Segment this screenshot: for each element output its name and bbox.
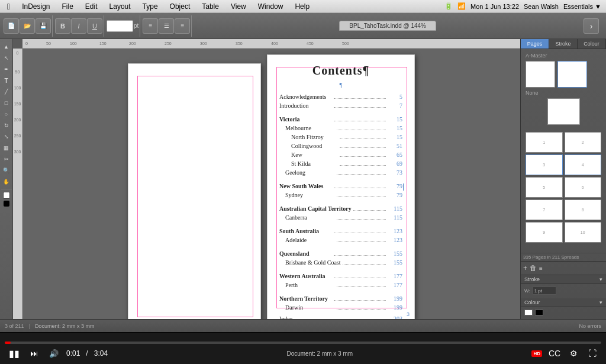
toc-entry: Introduction7 (279, 102, 402, 110)
toc-title: Contents¶ (279, 64, 402, 78)
spread-thumb-3[interactable]: 3 (526, 154, 563, 175)
scale-tool[interactable]: ⤡ (1, 131, 12, 142)
toc-entry-page: 177 (388, 281, 402, 289)
colour-panel-content (521, 307, 606, 319)
progress-bar-container[interactable] (5, 342, 601, 344)
menu-window[interactable]: Window (256, 1, 286, 12)
spread-thumb-8[interactable]: 8 (565, 199, 602, 220)
selection-tool[interactable]: ▲ (1, 41, 12, 52)
toc-entry-label: Victoria (279, 115, 332, 124)
toc-dots (334, 188, 386, 188)
scissors-tool[interactable]: ✂ (1, 154, 12, 165)
align-left-btn[interactable]: ≡ (143, 18, 158, 34)
spread-thumb-5[interactable]: 5 (526, 177, 563, 198)
zoom-input[interactable]: 143.7 (107, 20, 133, 32)
type-tool[interactable]: T (1, 75, 12, 86)
save-btn[interactable]: 💾 (36, 18, 51, 34)
toc-entry-label: Canberra (285, 214, 335, 222)
fullscreen-btn[interactable]: ⛶ (586, 347, 599, 360)
tab-pages[interactable]: Pages (521, 39, 549, 49)
toolbar: 📄 📂 💾 B I U 143.7 pt ≡ ☰ ≡ BPL_TahoTask.… (0, 13, 606, 39)
fill-swatch[interactable] (524, 310, 533, 315)
menu-help[interactable]: Help (292, 1, 312, 12)
hand-tool[interactable]: ✋ (1, 176, 12, 187)
none-label: None (523, 89, 604, 97)
align-right-btn[interactable]: ≡ (175, 18, 190, 34)
toc-entry: Queensland155 (279, 247, 402, 258)
colour-collapse-btn[interactable]: ▾ (599, 299, 602, 305)
captions-label[interactable]: Document: 2 mm x 3 mm (286, 350, 353, 357)
underline-btn[interactable]: U (87, 18, 102, 34)
menu-object[interactable]: Object (167, 1, 193, 12)
toc-entry: Sydney79 (279, 191, 402, 199)
bold-btn[interactable]: B (55, 18, 70, 34)
essentials-menu[interactable]: Essentials ▼ (563, 3, 601, 10)
line-tool[interactable]: ╱ (1, 86, 12, 97)
gradient-tool[interactable]: ▦ (1, 143, 12, 153)
stroke-color[interactable] (4, 201, 9, 207)
canvas-area[interactable]: 0 50 100 150 200 250 300 350 400 450 500… (13, 39, 520, 319)
apple-menu[interactable]:  (5, 1, 12, 12)
menu-edit[interactable]: Edit (83, 1, 100, 12)
ellipse-tool[interactable]: ○ (1, 109, 12, 120)
zoom-tool[interactable]: 🔍 (1, 165, 12, 176)
toc-entry-page: 123 (388, 236, 402, 244)
stroke-collapse-btn[interactable]: ▾ (599, 276, 602, 282)
panel-menu-btn[interactable]: ≡ (539, 265, 543, 272)
stroke-weight-input[interactable] (533, 286, 556, 295)
menu-file[interactable]: File (60, 1, 76, 12)
toc-entry: Northern Territory199 (279, 292, 402, 303)
spread-thumb-2[interactable]: 2 (565, 132, 602, 153)
tab-colour[interactable]: Colour (578, 39, 606, 49)
tools-panel: ▲ ↖ ✒ T ╱ □ ○ ↻ ⤡ ▦ ✂ 🔍 ✋ (0, 39, 13, 319)
direct-select-tool[interactable]: ↖ (1, 53, 12, 63)
toc-entry-label: New South Wales (279, 182, 332, 191)
add-page-btn[interactable]: + (523, 264, 527, 272)
file-tab[interactable]: BPL_TahoTask.indd @ 144% (339, 21, 436, 31)
italic-btn[interactable]: I (71, 18, 86, 34)
pages-panel: A-Master None 1 2 3 4 5 6 (521, 49, 606, 253)
stroke-panel-content: W: (521, 284, 606, 298)
menu-type[interactable]: Type (140, 1, 160, 12)
menu-layout[interactable]: Layout (107, 1, 133, 12)
none-thumb[interactable] (547, 98, 580, 125)
menu-table[interactable]: Table (199, 1, 221, 12)
trash-icon[interactable]: 🗑 (530, 264, 537, 272)
skip-btn[interactable]: ⏭ (27, 346, 41, 360)
expand-btn[interactable]: › (584, 18, 599, 34)
master-thumb-right[interactable] (557, 61, 587, 88)
menu-view[interactable]: View (228, 1, 249, 12)
pages-status: 335 Pages in 211 Spreads (521, 253, 606, 261)
tab-stroke[interactable]: Stroke (549, 39, 578, 49)
fill-color[interactable] (3, 192, 10, 199)
menu-indesign[interactable]: InDesign (20, 1, 52, 12)
stroke-weight-label: W: (524, 288, 530, 294)
new-doc-btn[interactable]: 📄 (4, 18, 19, 34)
spread-thumb-6[interactable]: 6 (565, 177, 602, 198)
open-btn[interactable]: 📂 (20, 18, 35, 34)
pen-tool[interactable]: ✒ (1, 64, 12, 75)
toc-entry-page: 199 (388, 304, 402, 312)
stroke-swatch[interactable] (535, 310, 543, 315)
text-cursor[interactable] (401, 182, 406, 189)
toc-dots (334, 233, 386, 233)
spread-thumb-10[interactable]: 10 (565, 222, 602, 243)
spread-thumb-7[interactable]: 7 (526, 199, 563, 220)
play-pause-btn[interactable]: ▮▮ (7, 346, 21, 360)
toc-entry-page: 177 (388, 272, 402, 281)
rect-tool[interactable]: □ (1, 98, 12, 108)
volume-btn[interactable]: 🔊 (47, 347, 60, 360)
toc-dots (334, 255, 386, 256)
cc-btn[interactable]: CC (548, 347, 561, 360)
settings-btn[interactable]: ⚙ (567, 347, 580, 360)
zoom-unit: pt (134, 22, 138, 29)
align-center-btn[interactable]: ☰ (159, 18, 174, 34)
spread-thumb-4[interactable]: 4 (565, 154, 602, 175)
wifi-indicator: 📶 (457, 2, 466, 10)
spread-thumb-9[interactable]: 9 (526, 222, 563, 243)
rotate-tool[interactable]: ↻ (1, 120, 12, 131)
spread-thumb-1[interactable]: 1 (526, 132, 563, 153)
master-thumb-left[interactable] (526, 61, 555, 88)
toc-entry: Victoria15 (279, 113, 402, 124)
sub-panels: Stroke ▾ W: Colour ▾ (521, 275, 606, 319)
